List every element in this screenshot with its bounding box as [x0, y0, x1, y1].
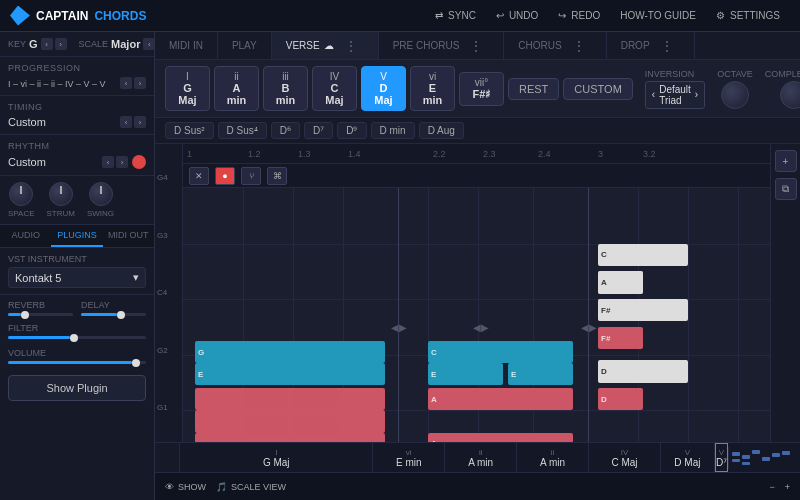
- timing-next[interactable]: ›: [134, 116, 146, 128]
- zoom-in-button[interactable]: +: [785, 482, 790, 492]
- sub-chord-min[interactable]: D min: [371, 122, 415, 139]
- bottom-chord-ii2[interactable]: ii A min: [517, 443, 589, 472]
- rhythm-label: RHYTHM: [8, 141, 146, 151]
- copy-tool-button[interactable]: ⧉: [775, 178, 797, 200]
- bottom-chord-ii[interactable]: ii A min: [445, 443, 517, 472]
- chord-button-iii[interactable]: iii B min: [263, 66, 308, 111]
- bottom-chord-V7[interactable]: V D⁷: [715, 443, 728, 472]
- undo-button[interactable]: ↩ UNDO: [486, 7, 548, 24]
- tab-chorus[interactable]: CHORUS ⋮: [504, 32, 606, 59]
- key-next-button[interactable]: ›: [55, 38, 67, 50]
- inv-next-icon[interactable]: ›: [695, 89, 698, 100]
- chord-button-vii[interactable]: vii° F#♯: [459, 72, 504, 106]
- timing-prev[interactable]: ‹: [120, 116, 132, 128]
- bottom-chord-V[interactable]: V D Maj: [661, 443, 715, 472]
- progression-prev[interactable]: ‹: [120, 77, 132, 89]
- note-block: E: [508, 363, 573, 385]
- octave-knob[interactable]: [721, 81, 749, 109]
- key-value: G: [29, 38, 38, 50]
- redo-button[interactable]: ↪ REDO: [548, 7, 610, 24]
- settings-button[interactable]: ⚙ SETTINGS: [706, 7, 790, 24]
- tab-midi-out[interactable]: MIDI OUT: [103, 225, 154, 247]
- sub-chord-sus4[interactable]: D Sus⁴: [218, 122, 267, 139]
- left-panel: KEY G ‹ › SCALE Major ‹ ›: [0, 32, 155, 500]
- reverb-delay-section: REVERB DELAY: [0, 295, 154, 321]
- volume-slider[interactable]: [8, 361, 146, 364]
- section-tabs-bar: MIDI IN PLAY VERSE ☁ ⋮ PRE CHORUS ⋮ CHOR…: [155, 32, 800, 60]
- rest-button[interactable]: REST: [508, 78, 559, 100]
- tab-plugins[interactable]: PLUGINS: [51, 225, 102, 247]
- vst-select[interactable]: Kontakt 5 ▾: [8, 267, 146, 288]
- roll-edit-row: ✕ ● ⑂ ⌘: [183, 164, 770, 188]
- inversion-select[interactable]: ‹ Default Triad ›: [645, 81, 705, 109]
- pre-chorus-menu-icon[interactable]: ⋮: [463, 38, 489, 54]
- note-block: D: [598, 360, 688, 382]
- verse-menu-icon[interactable]: ⋮: [338, 38, 364, 54]
- bottom-chord-I[interactable]: I G Maj: [180, 443, 373, 472]
- piano-roll[interactable]: 1 1.2 1.3 1.4 2.2 2.3 2.4 3 3.2 ✕ ●: [183, 144, 770, 442]
- bottom-chord-vi[interactable]: vi E min: [373, 443, 445, 472]
- tab-drop[interactable]: DROP ⋮: [607, 32, 695, 59]
- complexity-knob[interactable]: [780, 81, 800, 109]
- delay-slider[interactable]: [81, 313, 146, 316]
- space-knob[interactable]: [9, 182, 33, 206]
- note-block: A: [428, 433, 573, 442]
- sub-chord-6[interactable]: D⁶: [271, 122, 300, 139]
- key-c4: C4: [155, 279, 182, 297]
- magic-edit-btn[interactable]: ⌘: [267, 167, 287, 185]
- roll-header: 1 1.2 1.3 1.4 2.2 2.3 2.4 3 3.2: [183, 144, 770, 164]
- eye-icon: 👁: [165, 482, 174, 492]
- roll-grid[interactable]: ◀ ▶ ◀ ▶ ◀ ▶: [183, 188, 770, 442]
- swing-knob[interactable]: [89, 182, 113, 206]
- key-prev-button[interactable]: ‹: [41, 38, 53, 50]
- scale-view-button[interactable]: 🎵 SCALE VIEW: [216, 482, 286, 492]
- reverb-slider[interactable]: [8, 313, 73, 316]
- chord-button-IV[interactable]: IV C Maj: [312, 66, 357, 111]
- gear-icon: ⚙: [716, 10, 725, 21]
- howto-button[interactable]: HOW-TO GUIDE: [610, 7, 706, 24]
- scale-prev-button[interactable]: ‹: [143, 38, 155, 50]
- chord-button-I[interactable]: I G Maj: [165, 66, 210, 111]
- note-block: [293, 341, 338, 360]
- tab-verse[interactable]: VERSE ☁ ⋮: [272, 32, 379, 59]
- inversion-label: INVERSION: [645, 69, 705, 79]
- tab-audio[interactable]: AUDIO: [0, 225, 51, 247]
- sync-button[interactable]: ⇄ SYNC: [425, 7, 486, 24]
- show-plugin-button[interactable]: Show Plugin: [8, 375, 146, 401]
- inv-prev-icon[interactable]: ‹: [652, 89, 655, 100]
- tab-pre-chorus[interactable]: PRE CHORUS ⋮: [379, 32, 505, 59]
- sub-chord-9[interactable]: D⁹: [337, 122, 366, 139]
- show-button[interactable]: 👁 SHOW: [165, 482, 206, 492]
- upload-icon: ☁: [324, 40, 334, 51]
- tab-midi-in[interactable]: MIDI IN: [155, 32, 218, 59]
- svg-rect-3: [762, 457, 770, 461]
- rhythm-next[interactable]: ›: [116, 156, 128, 168]
- scale-view-label: SCALE VIEW: [231, 482, 286, 492]
- custom-button[interactable]: CUSTOM: [563, 78, 632, 100]
- sub-chord-aug[interactable]: D Aug: [419, 122, 464, 139]
- chorus-menu-icon[interactable]: ⋮: [566, 38, 592, 54]
- filter-slider[interactable]: [8, 336, 146, 339]
- sub-chord-sus2[interactable]: D Sus²: [165, 122, 214, 139]
- strum-knob[interactable]: [49, 182, 73, 206]
- complexity-group: COMPLEXITY: [765, 69, 800, 109]
- zoom-out-button[interactable]: −: [769, 482, 774, 492]
- progression-next[interactable]: ›: [134, 77, 146, 89]
- tab-play[interactable]: PLAY: [218, 32, 272, 59]
- add-tool-button[interactable]: +: [775, 150, 797, 172]
- chord-button-ii[interactable]: ii A min: [214, 66, 259, 111]
- drop-menu-icon[interactable]: ⋮: [654, 38, 680, 54]
- sub-chord-7[interactable]: D⁷: [304, 122, 333, 139]
- vst-value: Kontakt 5: [15, 272, 61, 284]
- note-block: [195, 410, 385, 432]
- bottom-chord-IV[interactable]: IV C Maj: [589, 443, 661, 472]
- chord-button-vi[interactable]: vi E min: [410, 66, 455, 111]
- record-button[interactable]: [132, 155, 146, 169]
- redo-label: REDO: [571, 10, 600, 21]
- sub-chords-row: D Sus² D Sus⁴ D⁶ D⁷ D⁹ D min D Aug: [155, 118, 800, 144]
- close-edit-btn[interactable]: ✕: [189, 167, 209, 185]
- chord-button-V[interactable]: V D Maj: [361, 66, 406, 111]
- fork-edit-btn[interactable]: ⑂: [241, 167, 261, 185]
- record-edit-btn[interactable]: ●: [215, 167, 235, 185]
- rhythm-prev[interactable]: ‹: [102, 156, 114, 168]
